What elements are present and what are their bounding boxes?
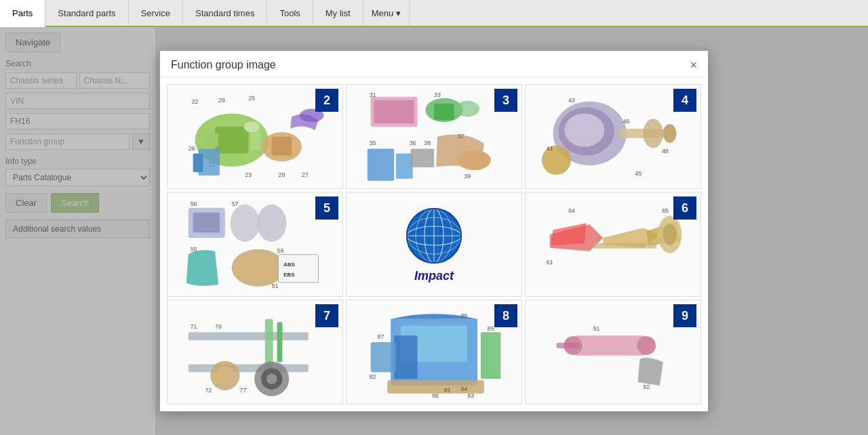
svg-point-80 [216,366,235,385]
svg-text:86: 86 [432,392,439,398]
cell-number-9: 9 [673,304,696,327]
svg-rect-75 [189,332,309,340]
svg-text:23: 23 [245,171,252,178]
tab-service[interactable]: Service [129,0,183,26]
grid-cell-7[interactable]: 7 [167,299,343,405]
svg-text:51: 51 [272,282,279,289]
cell-number-3: 3 [494,89,517,112]
svg-rect-104 [556,343,579,348]
svg-text:25: 25 [248,94,255,101]
svg-point-22 [455,100,479,117]
cell-number-7: 7 [315,304,338,327]
main-content: Navigate Search ▼ Info type Parts Catalo… [0,27,868,435]
svg-text:88: 88 [460,312,467,318]
svg-text:81: 81 [444,387,451,394]
grid-cell-5[interactable]: 5 [167,192,343,297]
svg-rect-2 [205,133,218,147]
svg-text:57: 57 [232,200,239,207]
svg-text:38: 38 [424,139,431,146]
svg-rect-23 [368,148,394,180]
svg-text:91: 91 [593,325,599,332]
cell-image-impact: Impact [347,192,521,296]
svg-text:43: 43 [568,96,575,103]
svg-text:72: 72 [205,387,212,394]
svg-rect-1 [215,127,248,153]
svg-text:61: 61 [547,259,553,266]
svg-rect-3 [250,130,260,150]
svg-text:29: 29 [218,96,225,103]
svg-text:ABS: ABS [283,262,295,268]
svg-text:84: 84 [460,386,467,392]
svg-text:37: 37 [457,132,464,139]
svg-rect-53 [278,254,318,282]
svg-point-25 [457,150,490,170]
svg-text:48: 48 [662,148,669,154]
svg-rect-48 [193,212,220,232]
svg-point-103 [637,336,656,355]
svg-text:33: 33 [434,91,441,98]
tab-standard-parts[interactable]: Standard parts [45,0,128,26]
svg-rect-19 [374,100,414,123]
svg-point-36 [564,113,604,146]
cell-number-2: 2 [315,89,338,112]
svg-text:41: 41 [547,144,553,151]
svg-text:87: 87 [377,333,384,340]
svg-point-83 [267,373,277,384]
svg-rect-21 [434,103,454,120]
svg-point-41 [549,152,565,168]
svg-text:59: 59 [277,247,283,253]
tab-my-list[interactable]: My list [313,0,363,26]
tab-tools[interactable]: Tools [267,0,313,26]
svg-text:39: 39 [464,172,471,179]
svg-point-38 [643,119,663,148]
svg-point-50 [257,204,286,241]
cell-number-6: 6 [673,196,696,220]
svg-text:27: 27 [302,171,309,178]
grid-cell-9[interactable]: 9 9 [525,299,701,405]
cell-number-4: 4 [673,89,696,112]
grid-cell-3[interactable]: 3 [346,84,522,189]
tab-standard-times[interactable]: Standard times [183,0,267,26]
svg-rect-17 [193,153,203,172]
svg-text:65: 65 [662,207,669,213]
svg-point-4 [243,121,260,132]
tab-menu[interactable]: Menu ▾ [363,0,410,26]
top-navigation: Parts Standard parts Service Standard ti… [0,0,868,27]
grid-cell-6[interactable]: 6 [525,192,701,297]
svg-text:26: 26 [189,144,195,151]
grid-cell-impact[interactable]: Impact [346,192,522,297]
svg-rect-91 [371,342,396,372]
cell-number-8: 8 [494,304,517,327]
svg-text:35: 35 [370,139,376,146]
svg-rect-26 [411,148,434,167]
tab-parts[interactable]: Parts [0,0,45,27]
svg-rect-89 [394,335,417,379]
svg-text:36: 36 [410,139,416,146]
svg-point-39 [663,124,677,143]
modal-body: 2 [160,77,708,411]
svg-text:83: 83 [467,392,474,398]
svg-text:64: 64 [568,207,575,213]
svg-text:31: 31 [370,91,376,98]
svg-rect-101 [573,335,646,356]
modal-close-button[interactable]: × [690,59,697,71]
impact-label: Impact [414,269,454,283]
function-group-grid: 2 [167,84,701,405]
grid-cell-4[interactable]: 4 [525,84,701,189]
grid-cell-8[interactable]: 8 [346,299,522,405]
svg-text:EBS: EBS [283,272,294,278]
function-group-modal: Function group image × 2 [159,50,709,412]
svg-text:22: 22 [192,98,199,104]
svg-rect-24 [396,153,413,178]
svg-text:55: 55 [191,245,197,252]
svg-text:46: 46 [623,118,630,125]
svg-text:76: 76 [215,323,222,330]
svg-text:77: 77 [239,387,246,394]
svg-text:28: 28 [278,171,285,178]
svg-rect-74 [593,243,656,249]
svg-rect-6 [272,137,292,156]
modal-header: Function group image × [160,51,708,77]
grid-cell-2[interactable]: 2 [167,84,343,189]
svg-rect-92 [481,332,501,379]
cell-number-5: 5 [315,196,338,220]
